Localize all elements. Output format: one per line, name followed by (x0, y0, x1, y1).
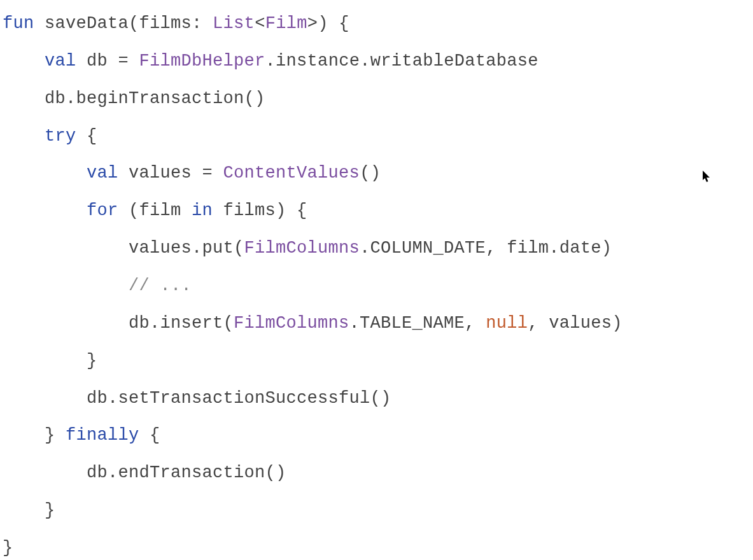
code-token: .COLUMN_DATE, film.date) (360, 239, 612, 258)
code-token: FilmDbHelper (139, 52, 265, 71)
code-token: { (76, 127, 97, 146)
code-token: , values) (528, 314, 623, 333)
code-token: db.endTransaction() (3, 463, 286, 482)
code-token: values = (118, 164, 223, 183)
code-token: db.beginTransaction() (3, 89, 265, 108)
code-token: .TABLE_NAME, (349, 314, 486, 333)
code-token (3, 52, 45, 71)
code-token: fun (3, 14, 34, 33)
code-token: null (486, 314, 528, 333)
code-token: { (139, 426, 160, 445)
code-token: films) { (213, 201, 307, 220)
code-token: ) { (318, 14, 349, 33)
code-token (3, 127, 45, 146)
code-token (3, 276, 129, 295)
code-token: } (3, 351, 97, 370)
code-token: } (3, 538, 13, 557)
code-token (3, 201, 87, 220)
code-token: ContentValues (223, 164, 360, 183)
code-token: FilmColumns (244, 239, 360, 258)
code-token (34, 14, 45, 33)
code-token: in (192, 201, 213, 220)
code-token: db.insert( (3, 314, 234, 333)
code-token: for (87, 201, 118, 220)
code-token: ( (129, 14, 139, 33)
code-token: finally (66, 426, 139, 445)
code-token: < (255, 14, 265, 33)
code-token: : (192, 14, 213, 33)
code-token: List (213, 14, 255, 33)
code-token: } (3, 426, 66, 445)
code-token: db.setTransactionSuccessful() (3, 389, 391, 408)
code-block: fun saveData(films: List<Film>) { val db… (3, 5, 750, 560)
code-token: val (87, 164, 118, 183)
code-token: db = (76, 52, 139, 71)
code-token: } (3, 501, 55, 520)
code-token: val (45, 52, 76, 71)
code-token: .instance.writableDatabase (265, 52, 538, 71)
code-token: films (139, 14, 192, 33)
code-token (3, 164, 87, 183)
code-token: () (360, 164, 381, 183)
code-token: // ... (129, 276, 192, 295)
code-token: Film (265, 14, 307, 33)
code-token: > (307, 14, 318, 33)
code-token: values.put( (3, 239, 244, 258)
code-token: saveData (45, 14, 129, 33)
code-token: FilmColumns (234, 314, 349, 333)
code-token: (film (118, 201, 192, 220)
code-token: try (45, 127, 76, 146)
